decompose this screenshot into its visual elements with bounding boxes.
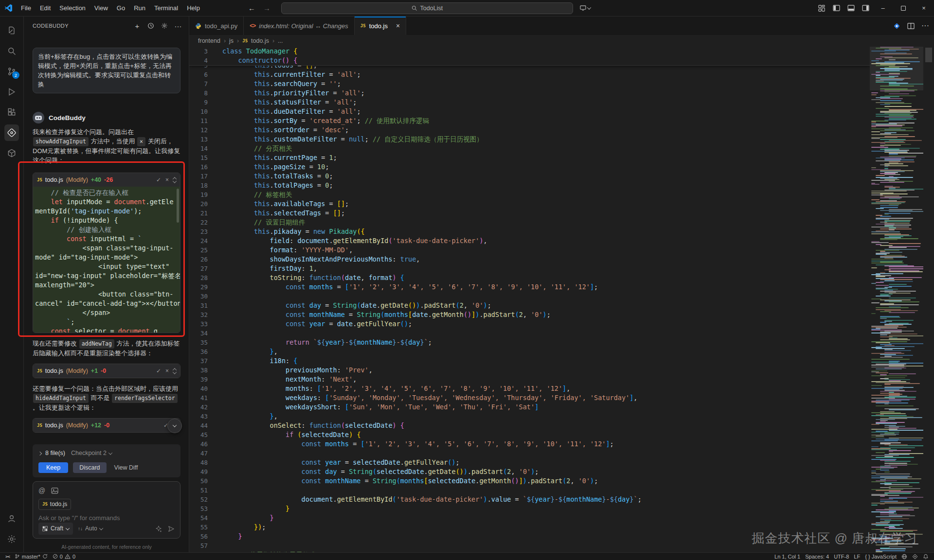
mention-icon[interactable]: @ xyxy=(38,486,45,495)
line-number: 18 xyxy=(189,181,212,190)
line-content: } xyxy=(222,504,289,513)
status-item[interactable]: LF xyxy=(851,554,862,560)
menu-item[interactable]: View xyxy=(90,2,112,14)
breadcrumb-separator: › xyxy=(237,37,239,44)
line-number: 29 xyxy=(189,282,212,292)
menu-item[interactable]: File xyxy=(17,2,36,14)
context-file-chip[interactable]: JS todo.js xyxy=(38,499,71,510)
status-item[interactable]: Ln 1, Col 1 xyxy=(772,554,803,560)
maximize-button[interactable] xyxy=(893,0,914,16)
customize-layout-icon[interactable] xyxy=(814,2,829,15)
extensions-icon[interactable] xyxy=(2,102,21,122)
code-editor[interactable]: 3class TodoManager {4 constructor() { 5 … xyxy=(189,47,934,552)
run-debug-icon[interactable] xyxy=(2,82,21,102)
image-attach-icon[interactable] xyxy=(51,488,58,494)
breadcrumb-item[interactable]: todo.js xyxy=(251,37,269,44)
checkpoint-selector[interactable]: Checkpoint 2 xyxy=(71,449,112,458)
search-icon[interactable] xyxy=(2,41,21,61)
menu-item[interactable]: Help xyxy=(182,2,204,14)
reject-diff-icon[interactable]: × xyxy=(165,175,169,185)
mode-selector[interactable]: Craft xyxy=(38,523,73,535)
think-selector[interactable]: ↑↓ Auto xyxy=(78,524,103,533)
codebuddy-sidebar: CODEBUDDY + ··· xyxy=(24,17,189,552)
editor-scrollbar[interactable] xyxy=(923,47,934,552)
menu-item[interactable]: Edit xyxy=(36,2,55,14)
expand-diff-icon[interactable] xyxy=(173,368,176,374)
source-control-icon[interactable]: 2 xyxy=(2,61,21,82)
diff-line: <button class="btn- xyxy=(35,290,180,299)
menu-item[interactable]: Terminal xyxy=(150,2,182,14)
line-number: 47 xyxy=(189,449,212,458)
send-icon[interactable] xyxy=(168,525,175,532)
status-item[interactable]: UTF-8 xyxy=(831,554,851,560)
remote-window-dropdown[interactable] xyxy=(580,5,591,11)
code-line: 30 xyxy=(189,292,870,301)
codebuddy-status-icon[interactable] xyxy=(910,554,920,560)
breadcrumb-item[interactable]: frontend xyxy=(198,37,220,44)
chat-input-box[interactable]: @ JS todo.js Ask or type "/" for command… xyxy=(33,481,180,539)
chevron-right-icon[interactable] xyxy=(38,451,42,455)
status-item[interactable]: { } JavaScript xyxy=(862,554,899,560)
nav-back-icon[interactable]: ← xyxy=(248,4,255,12)
scroll-to-bottom-button[interactable] xyxy=(167,419,182,433)
close-window-button[interactable]: × xyxy=(914,0,934,16)
menu-item[interactable]: Run xyxy=(129,2,150,14)
minimize-button[interactable]: – xyxy=(873,0,893,16)
breadcrumb-item[interactable]: ... xyxy=(278,37,283,44)
split-editor-icon[interactable] xyxy=(907,22,915,30)
history-icon[interactable] xyxy=(145,20,157,32)
menu-item[interactable]: Go xyxy=(112,2,129,14)
git-branch-item[interactable]: master* xyxy=(12,554,50,560)
nav-forward-icon[interactable]: → xyxy=(263,4,270,12)
reject-diff-icon[interactable]: × xyxy=(165,367,169,376)
discard-button[interactable]: Discard xyxy=(73,462,106,473)
chat-input-placeholder: Ask or type "/" for commands xyxy=(38,513,175,523)
command-center-search[interactable]: TodoList xyxy=(281,2,573,14)
diff-scrollbar[interactable] xyxy=(177,189,179,223)
package-icon[interactable] xyxy=(2,143,21,163)
browser-preview-icon[interactable] xyxy=(899,554,910,560)
minimap[interactable] xyxy=(870,47,923,552)
code-line: 23 this.pikaday = new Pikaday({ xyxy=(189,227,870,236)
toggle-secondary-sidebar-icon[interactable] xyxy=(858,2,873,15)
diff-line: const selector = document.q xyxy=(35,327,180,332)
branch-name: master* xyxy=(22,554,40,560)
notifications-bell-icon[interactable] xyxy=(920,554,931,560)
enhance-prompt-icon[interactable] xyxy=(155,525,162,532)
explorer-icon[interactable] xyxy=(2,20,21,41)
breadcrumb[interactable]: frontend›js›JStodo.js›... xyxy=(189,35,934,47)
tab-todo-js[interactable]: JS todo.js × xyxy=(355,17,406,35)
diff-code-block[interactable]: // 检查是否已存在输入框 let inputMode = document.g… xyxy=(33,187,180,332)
account-icon[interactable] xyxy=(2,508,21,529)
sidebar-settings-icon[interactable] xyxy=(159,20,170,32)
remote-indicator[interactable]: >< xyxy=(3,554,12,559)
codebuddy-icon[interactable] xyxy=(2,122,21,143)
editor-more-actions-icon[interactable]: ··· xyxy=(921,21,929,30)
tab-todo-api-py[interactable]: todo_api.py xyxy=(189,17,244,35)
breadcrumb-item[interactable]: js xyxy=(229,37,234,44)
view-diff-link[interactable]: View Diff xyxy=(114,463,138,472)
line-number: 3 xyxy=(189,47,212,56)
code-line: 26 showDaysInNextAndPreviousMonths: true… xyxy=(189,255,870,264)
codebuddy-action-icon[interactable] xyxy=(893,22,900,30)
keep-button[interactable]: Keep xyxy=(38,462,68,473)
sync-icon xyxy=(42,554,48,559)
settings-gear-icon[interactable] xyxy=(2,529,21,549)
checkpoint-files[interactable]: 8 file(s) xyxy=(45,449,65,458)
new-chat-icon[interactable]: + xyxy=(131,20,143,32)
line-number: 6 xyxy=(189,70,212,79)
menu-item[interactable]: Selection xyxy=(55,2,90,14)
close-tab-icon[interactable]: × xyxy=(396,22,400,30)
toggle-panel-icon[interactable] xyxy=(844,2,858,15)
accept-diff-icon[interactable]: ✓ xyxy=(156,175,161,185)
code-line: 37 i18n: { xyxy=(189,356,870,366)
code-line: 40 months: ['1', '2', '3', '4', '5', '6'… xyxy=(189,384,870,393)
accept-diff-icon[interactable]: ✓ xyxy=(156,367,161,376)
more-actions-icon[interactable]: ··· xyxy=(172,20,184,32)
code-line: 19 // 标签相关 xyxy=(189,190,870,199)
tab-index-html-diff[interactable]: <> index.html: Original ↔ Changes xyxy=(244,17,355,35)
expand-diff-icon[interactable] xyxy=(173,177,176,183)
status-item[interactable]: Spaces: 4 xyxy=(803,554,831,560)
problems-item[interactable]: 0 0 xyxy=(50,554,78,560)
toggle-primary-sidebar-icon[interactable] xyxy=(829,2,844,15)
